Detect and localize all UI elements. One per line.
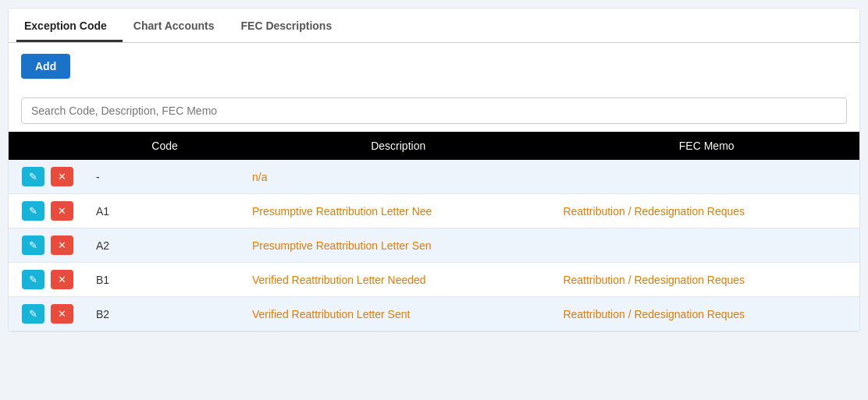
description-text: Verified Reattribution Letter Needed — [252, 274, 426, 286]
edit-button[interactable]: ✎ — [22, 235, 44, 255]
table-row: ✎ ✕ B2Verified Reattribution Letter Sent… — [9, 297, 859, 331]
table-row: ✎ ✕ -n/a — [9, 160, 859, 194]
edit-button[interactable]: ✎ — [22, 201, 44, 221]
description-text: Presumptive Reattribution Letter Sen — [252, 239, 432, 252]
table-row: ✎ ✕ B1Verified Reattribution Letter Need… — [9, 263, 859, 297]
cell-fec-memo — [553, 160, 859, 194]
cell-fec-memo: Reattribution / Redesignation Reques — [553, 263, 859, 297]
delete-button[interactable]: ✕ — [51, 235, 73, 255]
cell-description: Presumptive Reattribution Letter Sen — [243, 228, 553, 263]
col-header-description: Description — [243, 132, 553, 160]
search-input[interactable] — [21, 97, 847, 124]
table-header-row: Code Description FEC Memo — [9, 132, 859, 160]
cell-description: Presumptive Reattribution Letter Nee — [243, 194, 553, 228]
col-header-fec-memo: FEC Memo — [553, 132, 859, 160]
cell-actions: ✎ ✕ — [9, 263, 87, 297]
add-button[interactable]: Add — [21, 54, 70, 79]
main-container: Exception Code Chart Accounts FEC Descri… — [8, 8, 860, 332]
table-row: ✎ ✕ A2Presumptive Reattribution Letter S… — [9, 228, 859, 263]
cell-actions: ✎ ✕ — [9, 228, 87, 263]
tab-fec-descriptions[interactable]: FEC Descriptions — [233, 9, 348, 42]
delete-button[interactable]: ✕ — [51, 304, 73, 324]
edit-button[interactable]: ✎ — [22, 304, 44, 324]
cell-actions: ✎ ✕ — [9, 160, 87, 194]
exception-code-table: Code Description FEC Memo ✎ ✕ -n/a ✎ ✕ A… — [9, 132, 859, 331]
delete-button[interactable]: ✕ — [51, 270, 73, 289]
col-header-actions — [9, 132, 87, 160]
cell-fec-memo: Reattribution / Redesignation Reques — [553, 194, 859, 228]
cell-code: A2 — [87, 228, 243, 263]
cell-code: B2 — [87, 297, 243, 331]
cell-description: n/a — [243, 160, 553, 194]
tab-exception-code[interactable]: Exception Code — [16, 9, 123, 42]
edit-button[interactable]: ✎ — [22, 167, 44, 186]
search-bar — [9, 90, 859, 132]
fec-memo-text: Reattribution / Redesignation Reques — [563, 205, 745, 218]
cell-code: - — [87, 160, 243, 194]
tab-bar: Exception Code Chart Accounts FEC Descri… — [9, 9, 859, 43]
table-wrapper: Code Description FEC Memo ✎ ✕ -n/a ✎ ✕ A… — [9, 132, 859, 331]
fec-memo-text: Reattribution / Redesignation Reques — [563, 274, 745, 286]
cell-fec-memo: Reattribution / Redesignation Reques — [553, 297, 859, 331]
cell-description: Verified Reattribution Letter Sent — [243, 297, 553, 331]
cell-description: Verified Reattribution Letter Needed — [243, 263, 553, 297]
cell-actions: ✎ ✕ — [9, 297, 87, 331]
description-text: n/a — [252, 171, 267, 183]
delete-button[interactable]: ✕ — [51, 201, 73, 221]
toolbar: Add — [9, 43, 859, 90]
cell-fec-memo — [553, 228, 859, 263]
edit-button[interactable]: ✎ — [22, 270, 44, 289]
table-row: ✎ ✕ A1Presumptive Reattribution Letter N… — [9, 194, 859, 228]
delete-button[interactable]: ✕ — [51, 167, 73, 186]
col-header-code: Code — [87, 132, 243, 160]
tab-chart-accounts[interactable]: Chart Accounts — [126, 9, 230, 42]
fec-memo-text: Reattribution / Redesignation Reques — [563, 308, 745, 320]
cell-code: A1 — [87, 194, 243, 228]
description-text: Verified Reattribution Letter Sent — [252, 308, 410, 320]
cell-actions: ✎ ✕ — [9, 194, 87, 228]
cell-code: B1 — [87, 263, 243, 297]
description-text: Presumptive Reattribution Letter Nee — [252, 205, 432, 218]
